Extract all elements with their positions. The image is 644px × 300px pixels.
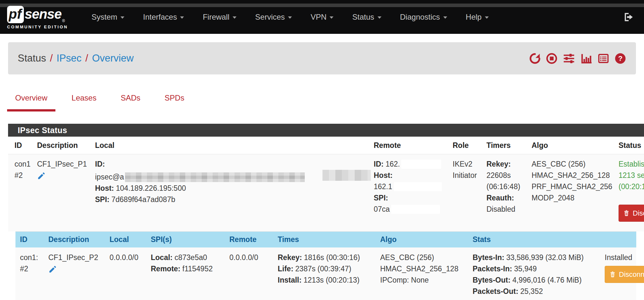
edit-button[interactable] (37, 171, 46, 180)
sliders-icon (562, 53, 575, 64)
logo-pf-mark: pf (7, 6, 24, 23)
pencil-icon (48, 265, 57, 274)
ipsec-status-panel: IPsec Status ID Description Local Remote… (8, 124, 644, 300)
header-action-icons: ? (529, 53, 626, 64)
rekey-seconds: 22608s (486, 170, 525, 181)
packets-out-label: Packets-Out: (473, 287, 518, 295)
status-age-time: (00:20:13) (619, 181, 644, 192)
help-button[interactable]: ? (614, 53, 626, 64)
nav-item-help[interactable]: Help (457, 13, 498, 22)
nav-item-label: VPN (311, 13, 326, 21)
graph-button[interactable] (580, 53, 592, 64)
bytes-out-label: Bytes-Out: (473, 276, 511, 284)
child-algo-encryption: AES_CBC (256) (380, 252, 468, 263)
redaction-blur (125, 172, 305, 182)
child-cell-times: Rekey:1816s (00:30:16) Life:2387s (00:39… (273, 247, 376, 300)
nav-item-status[interactable]: Status (343, 13, 390, 22)
rekey-label: Rekey: (486, 160, 511, 168)
tab-sads[interactable]: SADs (112, 89, 148, 111)
child-description-text: CF1_IPsec_P2 (48, 252, 105, 263)
child-col-header-times: Times (273, 232, 376, 248)
algo-encryption: AES_CBC (256) (532, 159, 612, 170)
redaction-box (401, 160, 441, 169)
nav-item-diagnostics[interactable]: Diagnostics (391, 13, 457, 22)
child-algo-hash: HMAC_SHA2_256_128 (380, 263, 468, 275)
tab-overview[interactable]: Overview (7, 89, 55, 111)
remote-spi-label: SPI: (374, 194, 388, 202)
breadcrumb-link-ipsec[interactable]: IPsec (57, 53, 82, 64)
packets-out-value: 25,352 (520, 287, 543, 295)
chevron-down-icon (120, 16, 124, 19)
status-state: Established (619, 159, 644, 170)
spi-remote-value: f1154952 (182, 265, 213, 273)
times-life-label: Life: (278, 265, 293, 273)
disconnect-label: Disconnect (633, 208, 644, 219)
times-life-value: 2387s (00:39:47) (295, 265, 351, 273)
nav-item-firewall[interactable]: Firewall (193, 13, 246, 22)
child-cell-algo: AES_CBC (256) HMAC_SHA2_256_128 IPComp: … (376, 247, 468, 300)
logout-button[interactable] (623, 12, 634, 23)
chevron-down-icon (180, 16, 184, 19)
list-icon (597, 53, 610, 64)
settings-button[interactable] (562, 53, 575, 64)
redaction-box (394, 182, 442, 191)
child-col-header-description: Description (44, 232, 105, 248)
cell-remote: ID:162. Host: 162.1 SPI: 07ca (367, 154, 446, 232)
cell-local: ID: ipsec@a Host:104.189.226.195:500 SPI… (89, 154, 367, 232)
nav-item-interfaces[interactable]: Interfaces (134, 13, 193, 22)
child-disconnect-button[interactable]: Disconnect (605, 266, 644, 283)
packets-in-value: 35,949 (514, 265, 537, 273)
breadcrumb: Status/IPsec/Overview (18, 53, 134, 64)
nav-item-label: System (91, 13, 117, 21)
main-menu: System Interfaces Firewall Services VPN … (82, 13, 498, 22)
trash-icon (609, 271, 616, 278)
nav-item-services[interactable]: Services (246, 13, 301, 22)
col-header-timers: Timers (480, 137, 525, 154)
breadcrumb-separator: / (46, 53, 57, 64)
tab-leases[interactable]: Leases (63, 89, 104, 111)
top-navbar: pf sense ® COMMUNITY EDITION System Inte… (0, 0, 644, 34)
disconnect-button[interactable]: Disconnect (619, 205, 644, 222)
table-row: con1 #2 CF1_IPsec_P1 ID: ipsec@a Host:10… (8, 154, 644, 232)
log-button[interactable] (597, 53, 610, 64)
chevron-down-icon (378, 16, 381, 19)
times-install-value: 1213s (00:20:13) (303, 276, 360, 284)
times-install-label: Install: (278, 276, 302, 284)
packets-in-label: Packets-In: (473, 265, 512, 273)
nav-item-label: Status (352, 13, 374, 21)
stop-circle-icon (546, 53, 558, 64)
ipsec-child-sa-table: ID Description Local SPI(s) Remote Times… (15, 231, 636, 300)
col-header-description: Description (31, 137, 89, 154)
pfsense-logo[interactable]: pf sense ® COMMUNITY EDITION (7, 6, 73, 29)
nav-item-system[interactable]: System (82, 13, 134, 22)
remote-host-label: Host: (374, 171, 393, 179)
connection-id: con1 (14, 159, 31, 170)
times-rekey-label: Rekey: (278, 253, 302, 262)
cell-timers: Rekey: 22608s (06:16:48) Reauth: Disable… (480, 154, 525, 232)
col-header-role: Role (446, 137, 480, 154)
chevron-down-icon (288, 16, 292, 19)
remote-id-value: 162. (386, 160, 400, 168)
redaction-blur (322, 170, 371, 181)
chevron-down-icon (233, 16, 236, 19)
breadcrumb-separator: / (82, 53, 92, 64)
edit-button[interactable] (48, 265, 57, 274)
spi-local-label: Local: (151, 253, 173, 262)
local-host-value: 104.189.226.195:500 (116, 184, 186, 192)
nav-item-label: Diagnostics (400, 13, 440, 21)
child-cell-stats: Bytes-In:33,586,939 (32.03 MiB) Packets-… (468, 247, 600, 300)
redaction-box (391, 205, 440, 214)
breadcrumb-link-overview[interactable]: Overview (92, 53, 134, 64)
chevron-down-icon (443, 16, 447, 19)
nav-item-vpn[interactable]: VPN (301, 13, 343, 22)
ipsec-status-table: ID Description Local Remote Role Timers … (8, 137, 644, 231)
question-circle-icon: ? (614, 53, 626, 64)
child-col-header-stats: Stats (468, 232, 600, 248)
refresh-button[interactable] (529, 53, 541, 64)
cell-description: CF1_IPsec_P1 (31, 154, 89, 232)
child-table-header-row: ID Description Local SPI(s) Remote Times… (15, 232, 636, 248)
role-protocol: IKEv2 (453, 159, 480, 170)
stop-button[interactable] (546, 53, 558, 64)
reauth-value: Disabled (486, 204, 525, 215)
tab-spds[interactable]: SPDs (157, 89, 192, 111)
